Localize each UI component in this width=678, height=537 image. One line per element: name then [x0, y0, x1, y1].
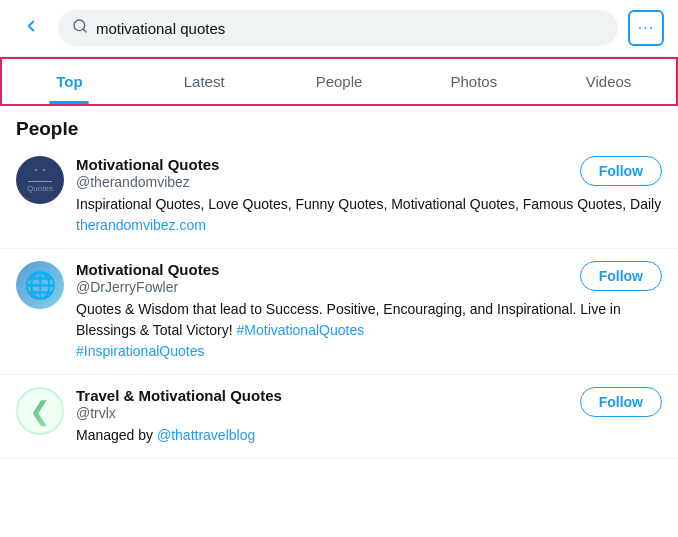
people-section-title: People — [0, 106, 678, 144]
follow-button-3[interactable]: Follow — [580, 387, 662, 417]
person-card-2: 🌐 Motivational Quotes @DrJerryFowler Fol… — [0, 249, 678, 375]
person-name-1: Motivational Quotes — [76, 156, 572, 173]
search-bar[interactable]: motivational quotes — [58, 10, 618, 46]
svg-line-1 — [83, 29, 86, 32]
tab-latest[interactable]: Latest — [137, 59, 272, 104]
person-header-2: Motivational Quotes @DrJerryFowler Follo… — [76, 261, 662, 295]
person-link-3[interactable]: @thattravelblog — [157, 427, 255, 443]
person-name-3: Travel & Motivational Quotes — [76, 387, 572, 404]
person-header-3: Travel & Motivational Quotes @trvlx Foll… — [76, 387, 662, 421]
person-name-2: Motivational Quotes — [76, 261, 572, 278]
back-button[interactable] — [14, 11, 48, 45]
person-info-3: Travel & Motivational Quotes @trvlx Foll… — [76, 387, 662, 446]
person-info-1: Motivational Quotes @therandomvibez Foll… — [76, 156, 662, 236]
avatar-3: ❮ — [16, 387, 64, 435]
tab-people[interactable]: People — [272, 59, 407, 104]
avatar-1: " " Quotes — [16, 156, 64, 204]
person-card-1: " " Quotes Motivational Quotes @therando… — [0, 144, 678, 249]
tab-videos[interactable]: Videos — [541, 59, 676, 104]
person-bio-3: Managed by @thattravelblog — [76, 425, 662, 446]
person-link-1[interactable]: therandomvibez.com — [76, 217, 206, 233]
person-handle-3: @trvlx — [76, 405, 572, 421]
tab-photos[interactable]: Photos — [406, 59, 541, 104]
tabs-bar: Top Latest People Photos Videos — [0, 57, 678, 106]
avatar-2: 🌐 — [16, 261, 64, 309]
more-dots-icon: ··· — [638, 19, 654, 37]
person-card-3: ❮ Travel & Motivational Quotes @trvlx Fo… — [0, 375, 678, 459]
search-query-text: motivational quotes — [96, 20, 225, 37]
person-info-2: Motivational Quotes @DrJerryFowler Follo… — [76, 261, 662, 362]
header: motivational quotes ··· — [0, 0, 678, 57]
person-bio-2: Quotes & Wisdom that lead to Success. Po… — [76, 299, 662, 362]
back-arrow-icon — [22, 17, 40, 40]
follow-button-2[interactable]: Follow — [580, 261, 662, 291]
globe-icon: 🌐 — [24, 270, 56, 301]
person-handle-1: @therandomvibez — [76, 174, 572, 190]
more-options-button[interactable]: ··· — [628, 10, 664, 46]
chevron-icon: ❮ — [29, 396, 51, 427]
person-link-2b[interactable]: #InspirationalQuotes — [76, 343, 204, 359]
tab-top[interactable]: Top — [2, 59, 137, 104]
person-bio-1: Inspirational Quotes, Love Quotes, Funny… — [76, 194, 662, 236]
person-handle-2: @DrJerryFowler — [76, 279, 572, 295]
search-icon — [72, 18, 88, 38]
person-header-1: Motivational Quotes @therandomvibez Foll… — [76, 156, 662, 190]
follow-button-1[interactable]: Follow — [580, 156, 662, 186]
person-link-2a[interactable]: #MotivationalQuotes — [237, 322, 365, 338]
